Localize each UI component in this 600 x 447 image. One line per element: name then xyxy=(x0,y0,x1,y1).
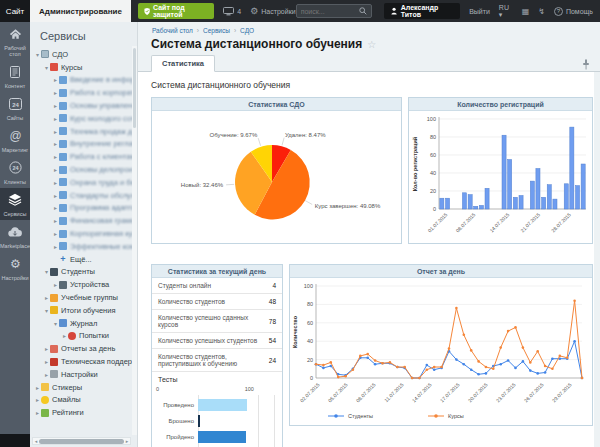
tree-item[interactable]: ▸Программа адаптации персонала xyxy=(30,202,137,215)
rail-item-settings[interactable]: ⚙Настройки xyxy=(0,252,30,284)
chevron-right-icon[interactable]: ▸ xyxy=(61,332,68,339)
hotkeys-icon[interactable]: ↯ xyxy=(538,7,545,16)
tree-item[interactable]: ▸Стикеры xyxy=(30,381,137,394)
chevron-right-icon[interactable]: ▸ xyxy=(43,294,50,301)
book-icon xyxy=(50,63,58,71)
search-box[interactable] xyxy=(296,4,372,18)
chevron-right-icon[interactable]: ▸ xyxy=(52,128,59,135)
tab-statistics[interactable]: Статистика xyxy=(151,55,215,72)
tree-item[interactable]: ▸Настройки xyxy=(30,368,137,381)
chevron-right-icon[interactable]: ▸ xyxy=(52,243,59,250)
tree-item[interactable]: ▸Введение в информационную безопасность xyxy=(30,74,137,87)
rail-item-marketplace[interactable]: Marketplace xyxy=(0,220,30,252)
tree-item[interactable]: ▸Учебные группы xyxy=(30,291,137,304)
logout-button[interactable]: Выйти xyxy=(469,0,490,22)
chevron-down-icon[interactable]: ▾ xyxy=(43,268,50,275)
svg-text:Кол-во регистраций: Кол-во регистраций xyxy=(412,137,418,192)
search-input[interactable] xyxy=(301,8,359,15)
rail-collapse-corner[interactable] xyxy=(0,434,30,447)
tree-item[interactable]: ▾Итоги обучения xyxy=(30,304,137,317)
chevron-right-icon[interactable]: ▸ xyxy=(52,230,59,237)
tree-item[interactable]: ▸Финансовая грамотность xyxy=(30,214,137,227)
tree-item[interactable]: ▾Студенты xyxy=(30,266,137,279)
grid-icon[interactable]: ▦ xyxy=(522,7,530,16)
chevron-right-icon[interactable]: ▸ xyxy=(52,76,59,83)
tree-item[interactable]: +Ещё... xyxy=(30,253,137,266)
chevron-right-icon[interactable]: ▸ xyxy=(52,281,59,288)
pin-icon[interactable] xyxy=(582,59,590,70)
tree-item[interactable]: ▸Попытки xyxy=(30,330,137,343)
hscroll-right-arrow-icon[interactable]: ▸ xyxy=(124,438,130,444)
chevron-right-icon[interactable]: ▸ xyxy=(52,89,59,96)
search-icon[interactable] xyxy=(359,7,367,15)
tree-item[interactable]: ▸Смайлы xyxy=(30,394,137,407)
tree-item[interactable]: ▾СДО xyxy=(30,48,137,61)
tree-item[interactable]: ▸Работа с корпоративным порталом xyxy=(30,86,137,99)
section-title: Система дистанционного обучения xyxy=(151,80,594,90)
rail-item-sites[interactable]: 24Сайты xyxy=(0,92,30,124)
tree-item-label: Смайлы xyxy=(52,395,81,404)
tree-item[interactable]: ▸Стандарты обслуживания xyxy=(30,189,137,202)
tree-item[interactable]: ▸Основы управления проектами xyxy=(30,99,137,112)
tree-item[interactable]: ▾Курсы xyxy=(30,61,137,74)
chevron-right-icon[interactable]: ▸ xyxy=(52,217,59,224)
breadcrumb-desktop[interactable]: Рабочий стол xyxy=(152,27,193,34)
tree-item[interactable]: ▾Журнал xyxy=(30,317,137,330)
chevron-right-icon[interactable]: ▸ xyxy=(52,153,59,160)
tree-item[interactable]: ▸Эффективные коммуникации xyxy=(30,240,137,253)
tree-item[interactable]: ▸Устройства xyxy=(30,278,137,291)
tab-site[interactable]: Сайт xyxy=(0,0,30,22)
chevron-right-icon[interactable]: ▸ xyxy=(52,192,59,199)
tree-item[interactable]: ▸Работа с клиентами и CRM xyxy=(30,150,137,163)
tree-item[interactable]: ▸Курс молодого сотрудника xyxy=(30,112,137,125)
svg-text:⚙: ⚙ xyxy=(10,257,21,270)
chevron-right-icon[interactable]: ▸ xyxy=(43,371,50,378)
chevron-down-icon[interactable]: ▾ xyxy=(43,64,50,71)
breadcrumb-sdo[interactable]: СДО xyxy=(240,27,254,34)
favorite-star-icon[interactable]: ☆ xyxy=(367,39,376,50)
tree-item[interactable]: ▸Отчеты за день xyxy=(30,342,137,355)
svg-text:Новый: 32.46%: Новый: 32.46% xyxy=(181,182,224,188)
chevron-right-icon[interactable]: ▸ xyxy=(52,115,59,122)
rail-item-clients[interactable]: 24Клиенты xyxy=(0,156,30,188)
chevron-down-icon[interactable]: ▾ xyxy=(34,51,41,58)
tree-item[interactable]: ▸Техника продаж для начинающих xyxy=(30,125,137,138)
breadcrumb-services[interactable]: Сервисы xyxy=(203,27,230,34)
chevron-right-icon[interactable]: ▸ xyxy=(52,102,59,109)
chevron-right-icon[interactable]: ▸ xyxy=(43,345,50,352)
chevron-right-icon[interactable]: ▸ xyxy=(34,384,41,391)
site-protected-button[interactable]: Сайт под защитой xyxy=(138,3,214,19)
tree-item[interactable]: ▸Корпоративная культура xyxy=(30,227,137,240)
language-selector[interactable]: RU ▾ xyxy=(499,0,513,22)
help-button[interactable]: ? Помощь xyxy=(554,0,593,22)
chevron-down-icon[interactable]: ▾ xyxy=(43,307,50,314)
chevron-right-icon[interactable]: ▸ xyxy=(52,140,59,147)
tree-item[interactable]: ▸Внутренние регламенты компании xyxy=(30,138,137,151)
chevron-right-icon[interactable]: ▸ xyxy=(43,358,50,365)
rail-item-content[interactable]: Контент xyxy=(0,60,30,92)
hscroll-thumb[interactable] xyxy=(39,439,124,444)
monitor-counter[interactable]: 4 xyxy=(223,0,241,22)
tests-title: Тесты xyxy=(158,376,278,383)
tree-item[interactable]: ▸Рейтинги xyxy=(30,406,137,419)
rail-item-services[interactable]: Сервисы xyxy=(0,188,30,220)
rail-item-label: Контент xyxy=(5,83,25,89)
user-button[interactable]: Александр Титов xyxy=(384,3,460,19)
chevron-right-icon[interactable]: ▸ xyxy=(34,409,41,416)
sidebar-hscrollbar[interactable]: ◂ ▸ xyxy=(32,437,131,445)
chevron-down-icon[interactable]: ▾ xyxy=(52,320,59,327)
chevron-right-icon[interactable]: ▸ xyxy=(52,166,59,173)
rail-item-marketing[interactable]: @Маркетинг xyxy=(0,124,30,156)
tree-item[interactable]: ▸Охрана труда и безопасность xyxy=(30,176,137,189)
rail-item-desktop[interactable]: Рабочий стол xyxy=(0,22,30,60)
tree-item[interactable]: ▸Техническая поддержка xyxy=(30,355,137,368)
chevron-right-icon[interactable]: ▸ xyxy=(34,396,41,403)
tree-item-label: Рейтинги xyxy=(52,408,84,417)
sidebar-vscrollbar[interactable] xyxy=(132,46,137,435)
chevron-right-icon[interactable]: ▸ xyxy=(52,179,59,186)
tab-administration[interactable]: Администрирование xyxy=(30,0,131,22)
topbar-settings-button[interactable]: ⚙ Настройки xyxy=(250,0,295,22)
chevron-right-icon[interactable]: ▸ xyxy=(52,204,59,211)
tree-item[interactable]: ▸Основы делопроизводства xyxy=(30,163,137,176)
vscroll-thumb[interactable] xyxy=(133,48,136,128)
